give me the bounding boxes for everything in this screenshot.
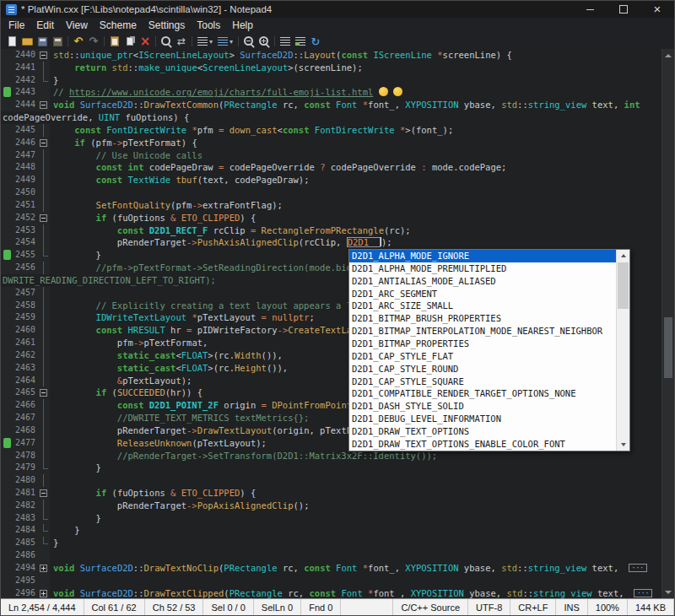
fold-margin[interactable] (38, 562, 50, 575)
code-line[interactable]: 2485} (1, 537, 662, 549)
bookmark-margin[interactable] (1, 424, 14, 437)
show-symbols-icon[interactable] (293, 35, 308, 48)
menu-item-edit[interactable]: Edit (30, 18, 60, 34)
bookmark-margin[interactable] (1, 462, 14, 474)
bookmark-margin[interactable] (1, 224, 14, 237)
code-text[interactable]: const TextWide tbuf(text, codePageDraw); (50, 174, 662, 186)
code-line[interactable]: 2454 pRenderTarget->PushAxisAlignedClip(… (1, 236, 662, 249)
code-line[interactable]: 2496void SurfaceD2D::DrawTextClipped(PRe… (1, 587, 662, 598)
autocomplete-item[interactable]: D2D1_ALPHA_MODE_PREMULTIPLIED (349, 262, 616, 275)
line-number[interactable]: 2440 (14, 49, 38, 62)
status-selected-lines[interactable]: SelLn 0 (254, 599, 301, 615)
bookmark-margin[interactable] (1, 575, 14, 587)
bookmark-margin[interactable] (1, 437, 14, 450)
code-line[interactable]: 2495 (1, 575, 662, 587)
menu-item-view[interactable]: View (60, 18, 94, 34)
bookmark-margin[interactable] (1, 349, 14, 362)
autocomplete-item[interactable]: D2D1_ALPHA_MODE_IGNORE (349, 250, 616, 262)
line-number[interactable]: 2494 (14, 562, 38, 575)
line-number[interactable]: 2444 (14, 99, 38, 111)
code-text[interactable]: const FontDirectWrite *pfm = down_cast<c… (50, 124, 662, 137)
bookmark-margin[interactable] (1, 549, 14, 562)
code-line[interactable]: 2451 SetFontQuality(pfm->extraFontFlag); (1, 199, 662, 212)
bookmark-margin[interactable] (1, 262, 14, 274)
code-line[interactable]: 2483 } (1, 512, 662, 525)
line-number[interactable]: 2459 (14, 311, 38, 324)
code-text[interactable]: } (50, 524, 662, 537)
autocomplete-item[interactable]: D2D1_COMPATIBLE_RENDER_TARGET_OPTIONS_NO… (349, 387, 616, 400)
fold-collapse-icon[interactable] (40, 389, 47, 397)
bookmark-margin[interactable] (1, 62, 14, 74)
bookmark-margin[interactable] (1, 375, 14, 387)
line-number[interactable]: 2445 (14, 124, 38, 137)
fold-margin[interactable] (38, 137, 50, 149)
zoom-out-icon[interactable] (241, 35, 256, 48)
code-line[interactable]: 2453 const D2D1_RECT_F rcClip = Rectangl… (1, 224, 662, 237)
code-line[interactable]: 2484 } (1, 524, 662, 537)
code-text[interactable]: if (pfm->pTextFormat) { (50, 137, 662, 149)
status-file-size[interactable]: 144 KB (628, 599, 674, 615)
autocomplete-item[interactable]: D2D1_DASH_STYLE_SOLID (349, 400, 616, 413)
bookmark-margin[interactable] (1, 124, 14, 137)
menu-item-help[interactable]: Help (226, 18, 259, 34)
status-zoom[interactable]: 100% (588, 599, 628, 615)
status-column[interactable]: Col 61 / 62 (84, 599, 145, 615)
fold-collapse-icon[interactable] (40, 489, 47, 497)
code-text[interactable]: pRenderTarget->PushAxisAlignedClip(rcCli… (50, 236, 662, 249)
code-line[interactable]: 2446 if (pfm->pTextFormat) { (1, 137, 662, 149)
bookmark-margin[interactable] (1, 149, 14, 162)
line-number[interactable]: 2441 (14, 62, 38, 74)
paste-icon[interactable] (107, 35, 122, 48)
fold-collapse-icon[interactable] (40, 214, 47, 222)
minimize-button[interactable] (573, 1, 607, 18)
fold-collapse-icon[interactable] (40, 51, 47, 59)
line-number[interactable]: 2447 (14, 149, 38, 162)
code-text[interactable]: if (fuOptions & ETO_CLIPPED) { (50, 487, 662, 500)
line-number[interactable]: 2453 (14, 224, 38, 237)
status-character[interactable]: Ch 52 / 53 (145, 599, 204, 615)
fold-margin[interactable] (38, 386, 50, 399)
bookmark-margin[interactable] (1, 562, 14, 575)
line-number[interactable]: 2452 (14, 212, 38, 224)
line-number[interactable]: 2450 (14, 186, 38, 199)
line-number[interactable]: 2454 (14, 236, 38, 249)
bookmark-margin[interactable] (1, 474, 14, 487)
vertical-scrollbar[interactable] (662, 49, 674, 598)
fold-margin[interactable] (38, 587, 50, 598)
fold-margin[interactable] (38, 49, 50, 62)
line-number[interactable]: 2467 (14, 412, 38, 424)
line-number[interactable]: 2479 (14, 462, 38, 474)
scrollbar-thumb[interactable] (664, 317, 672, 378)
code-text[interactable]: const D2D1_RECT_F rcClip = RectangleFrom… (50, 224, 662, 237)
delete-icon[interactable] (138, 35, 153, 48)
code-text[interactable]: } (50, 74, 662, 87)
bookmark-margin[interactable] (1, 137, 14, 149)
code-text[interactable]: } (50, 512, 662, 525)
bookmark-margin[interactable] (1, 311, 14, 324)
bookmark-margin[interactable] (1, 587, 14, 598)
bookmark-margin[interactable] (1, 450, 14, 462)
code-text[interactable]: codePageOverride, UINT fuOptions) { (1, 111, 662, 124)
bookmark-margin[interactable] (1, 300, 14, 312)
bookmark-margin[interactable] (1, 362, 14, 375)
undo-icon[interactable] (71, 35, 86, 48)
code-text[interactable]: std::unique_ptr<IScreenLineLayout> Surfa… (50, 49, 662, 62)
wrap-toggle-icon[interactable] (278, 35, 293, 48)
reload-icon[interactable] (308, 35, 323, 48)
code-text[interactable] (50, 549, 662, 562)
line-number[interactable]: 2478 (14, 450, 38, 462)
status-line-ending[interactable]: CR+LF (510, 599, 556, 615)
bookmark-margin[interactable] (1, 537, 14, 549)
code-line[interactable]: 2480 (1, 474, 662, 487)
line-number[interactable]: 2480 (14, 474, 38, 487)
status-find-count[interactable]: Fnd 0 (301, 599, 341, 615)
code-text[interactable] (50, 474, 662, 487)
code-line[interactable]: 2482 pRenderTarget->PopAxisAlignedClip()… (1, 500, 662, 512)
bookmark-margin[interactable] (1, 386, 14, 399)
code-line[interactable]: 2441 return std::make_unique<ScreenLineL… (1, 62, 662, 74)
line-number[interactable]: 2483 (14, 512, 38, 525)
code-line[interactable]: 2449 const TextWide tbuf(text, codePageD… (1, 174, 662, 186)
autocomplete-item[interactable]: D2D1_DRAW_TEXT_OPTIONS_ENABLE_COLOR_FONT (349, 438, 616, 451)
fold-margin[interactable] (38, 487, 50, 500)
code-line[interactable]: 2486 (1, 549, 662, 562)
